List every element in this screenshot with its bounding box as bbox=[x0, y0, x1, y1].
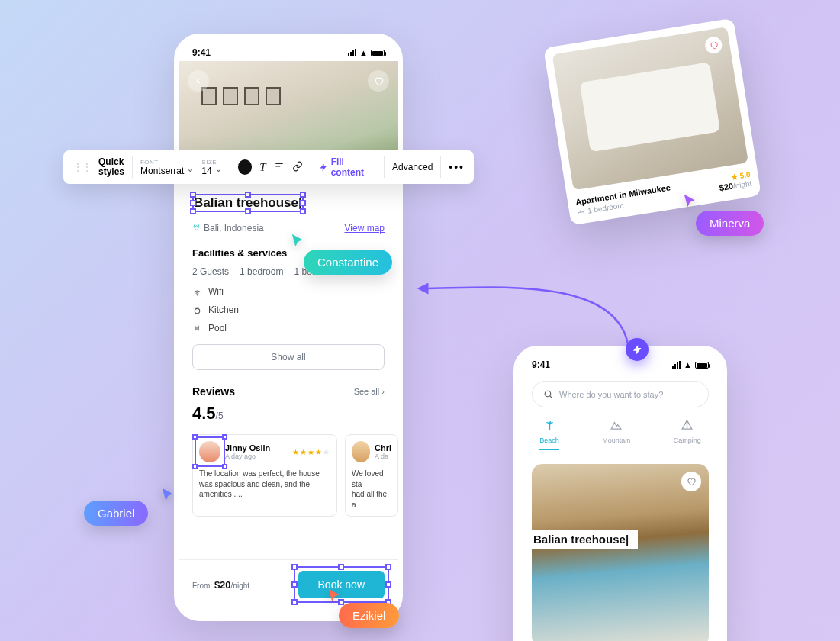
advanced-button[interactable]: Advanced bbox=[392, 162, 433, 172]
battery-icon bbox=[371, 50, 385, 56]
tab-label: Beach bbox=[539, 436, 559, 444]
pin-icon bbox=[192, 223, 201, 234]
see-all-link[interactable]: See all › bbox=[354, 387, 385, 396]
listing-card[interactable]: Apartment in Milwaukee 1 bedroom ★ 5.0 $… bbox=[543, 18, 761, 226]
drag-handle-icon[interactable]: ⋮⋮ bbox=[72, 161, 91, 173]
category-tabs: Beach Mountain Camping bbox=[518, 418, 723, 455]
listing-content: Balian treehouse| Bali, Indonesia View m… bbox=[179, 183, 398, 559]
reviewer-name: Chri bbox=[375, 443, 391, 453]
battery-icon bbox=[695, 362, 709, 369]
view-map-link[interactable]: View map bbox=[345, 223, 385, 234]
heart-icon bbox=[687, 477, 696, 486]
heart-icon bbox=[709, 40, 719, 50]
amenity-label: Wifi bbox=[208, 286, 224, 297]
signal-icon bbox=[348, 49, 356, 56]
star-rating: ★★★★★ bbox=[292, 448, 330, 456]
tab-beach[interactable]: Beach bbox=[539, 418, 559, 450]
mountain-icon bbox=[610, 418, 623, 433]
kitchen-icon bbox=[192, 305, 202, 315]
amenity-label: Pool bbox=[208, 323, 227, 333]
title-selected[interactable]: Balian treehouse| bbox=[192, 194, 304, 212]
wifi-icon: ▲ bbox=[359, 48, 368, 57]
review-text: The location was perfect, the house was … bbox=[199, 469, 330, 500]
svg-point-5 bbox=[545, 391, 551, 397]
location-text: Bali, Indonesia bbox=[204, 223, 264, 234]
wifi-icon: ▲ bbox=[684, 360, 692, 369]
link-icon[interactable] bbox=[292, 161, 303, 174]
avatar bbox=[352, 441, 370, 462]
quick-styles-button[interactable]: Quick styles bbox=[98, 157, 124, 176]
review-text: We loved sta had all the a bbox=[352, 469, 391, 510]
text-color-swatch[interactable] bbox=[238, 159, 253, 175]
phone-search: 9:41 ▲ Where do you want to stay? Beach … bbox=[513, 346, 727, 641]
status-time: 9:41 bbox=[192, 47, 211, 58]
status-bar: 9:41 ▲ bbox=[518, 350, 723, 373]
more-icon[interactable]: ••• bbox=[449, 161, 465, 173]
phone-detail: 9:41 ▲ 24 Balian treehouse| bbox=[174, 34, 403, 621]
size-value: 14 bbox=[201, 166, 211, 176]
search-placeholder: Where do you want to stay? bbox=[559, 390, 663, 399]
tab-label: Camping bbox=[674, 436, 701, 444]
tent-icon bbox=[681, 418, 694, 433]
review-date: A day ago bbox=[225, 453, 270, 460]
status-time: 9:41 bbox=[532, 359, 550, 370]
tab-camping[interactable]: Camping bbox=[674, 418, 701, 450]
review-card[interactable]: Chri A da We loved sta had all the a bbox=[345, 434, 398, 517]
book-button-selected[interactable]: Book now bbox=[298, 571, 385, 598]
card-image bbox=[552, 27, 748, 190]
chevron-left-icon bbox=[194, 76, 203, 85]
svg-point-2 bbox=[196, 226, 198, 227]
connection-line bbox=[415, 266, 644, 357]
price-label: From: $20/night bbox=[192, 579, 249, 591]
tag-minerva: Minerva bbox=[696, 211, 764, 236]
show-all-button[interactable]: Show all bbox=[192, 344, 385, 370]
bed-icon bbox=[577, 208, 585, 216]
fact: 2 Guests bbox=[192, 266, 229, 277]
reviews-heading: Reviews bbox=[192, 385, 235, 398]
favorite-button[interactable] bbox=[681, 472, 701, 491]
wall-frames bbox=[201, 87, 281, 105]
search-icon bbox=[543, 389, 553, 399]
tab-mountain[interactable]: Mountain bbox=[602, 418, 630, 450]
font-dropdown[interactable]: FONT Montserrat bbox=[140, 159, 194, 176]
score: 4.5/5 bbox=[192, 404, 385, 424]
size-dropdown[interactable]: SIZE 14 bbox=[201, 159, 221, 176]
size-label: SIZE bbox=[201, 159, 221, 166]
lightning-icon bbox=[632, 344, 643, 356]
wifi-icon bbox=[192, 287, 202, 297]
amenity-row: Pool bbox=[192, 323, 385, 333]
palm-icon bbox=[543, 418, 556, 433]
sync-fab[interactable] bbox=[626, 338, 649, 361]
chevron-down-icon bbox=[215, 167, 222, 174]
back-button[interactable] bbox=[188, 70, 209, 92]
status-bar: 9:41 ▲ bbox=[179, 38, 398, 61]
tag-ezikiel: Ezikiel bbox=[339, 603, 399, 628]
listing-image[interactable]: Balian treehouse| bbox=[532, 464, 709, 641]
heart-icon bbox=[374, 76, 384, 86]
favorite-button[interactable] bbox=[704, 36, 723, 55]
listing-label: Balian treehouse| bbox=[532, 530, 638, 549]
review-date: A da bbox=[375, 453, 391, 460]
location: Bali, Indonesia bbox=[192, 223, 264, 234]
tab-label: Mountain bbox=[602, 436, 630, 444]
text-style-icon[interactable]: T bbox=[259, 160, 266, 174]
svg-point-3 bbox=[197, 294, 198, 295]
amenity-row: Wifi bbox=[192, 286, 385, 297]
avatar-selected[interactable] bbox=[199, 441, 220, 462]
tag-constantine: Constantine bbox=[304, 250, 392, 275]
lightning-icon bbox=[319, 163, 328, 172]
favorite-button[interactable] bbox=[368, 70, 389, 92]
align-icon[interactable] bbox=[274, 161, 285, 174]
text-toolbar[interactable]: ⋮⋮ Quick styles FONT Montserrat SIZE 14 … bbox=[63, 150, 474, 184]
amenity-row: Kitchen bbox=[192, 304, 385, 315]
fill-content-button[interactable]: Fill content bbox=[319, 156, 377, 178]
font-value: Montserrat bbox=[140, 166, 184, 176]
pool-icon bbox=[192, 324, 202, 333]
amenity-label: Kitchen bbox=[208, 304, 239, 315]
review-card[interactable]: Jinny Oslin A day ago ★★★★★ The location… bbox=[192, 434, 337, 517]
reviewer-name: Jinny Oslin bbox=[225, 443, 270, 453]
search-input[interactable]: Where do you want to stay? bbox=[532, 381, 709, 407]
fact: 1 bedroom bbox=[240, 266, 283, 277]
tag-gabriel: Gabriel bbox=[84, 501, 148, 526]
signal-icon bbox=[672, 361, 681, 369]
